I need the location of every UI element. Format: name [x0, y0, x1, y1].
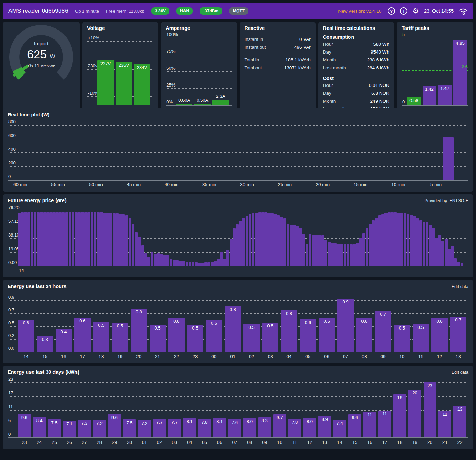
bar-cell	[407, 211, 409, 266]
bar-cell: 0.5	[150, 297, 166, 352]
bar	[258, 212, 261, 266]
price-panel: Future energy price (øre) Provided by: E…	[3, 194, 473, 277]
wifi-icon[interactable]	[459, 7, 468, 15]
bar-cell	[69, 211, 71, 266]
calc-row: Hour0.01 NOK	[323, 82, 389, 90]
reactive-rows: Instant in0 VAr Instant out496 VAr Total…	[245, 36, 311, 72]
bar-cell: 7.8	[198, 382, 211, 437]
bar-cell: 2.3A	[212, 38, 229, 105]
bar-cell	[454, 125, 465, 180]
gauge-direction-label: Import	[8, 41, 75, 46]
x-axis-label: 06	[319, 354, 335, 359]
bar	[378, 215, 381, 266]
price-chart: 76.2057.1538.1019.050.00	[8, 211, 468, 266]
new-version-link[interactable]: New version: v2.4.10	[338, 9, 381, 14]
x-axis-label: 15	[348, 440, 361, 445]
bar-cell: 0.3	[37, 297, 53, 352]
bar	[208, 180, 219, 180]
bar: 23	[424, 382, 437, 437]
bar-cell	[31, 211, 33, 266]
bar-cell	[107, 125, 119, 180]
bar: 8.9	[318, 416, 331, 437]
bar	[189, 262, 191, 266]
bar	[130, 180, 141, 180]
bar	[384, 213, 387, 266]
bar-cell	[271, 211, 274, 266]
realtime-title: Real time plot (W)	[8, 112, 49, 117]
x-axis-label: 13	[450, 354, 466, 359]
bar	[129, 218, 131, 266]
bar-cell	[129, 211, 131, 266]
bar	[275, 180, 286, 180]
bar	[388, 212, 391, 266]
bar-cell	[331, 125, 342, 180]
bar	[176, 260, 179, 266]
info-icon[interactable]: i	[400, 7, 407, 15]
bar-cell	[217, 211, 220, 266]
bar-cell	[420, 125, 431, 180]
tariff-title: Tariff peaks	[402, 25, 429, 31]
bar-cell	[388, 211, 391, 266]
bar	[309, 234, 311, 266]
last30-panel: Energy use last 30 days (kWh) Edit data …	[3, 366, 473, 449]
help-icon[interactable]: ?	[388, 7, 395, 15]
edit-data-24h-link[interactable]: Edit data	[452, 284, 468, 289]
bar-cell	[27, 211, 30, 266]
bar-cell: 7.6	[228, 382, 241, 437]
bar-cell	[239, 211, 242, 266]
bar	[297, 180, 309, 180]
bar	[29, 180, 40, 180]
x-axis-label: 10	[394, 354, 410, 359]
bar-cell	[207, 211, 210, 266]
bar	[404, 213, 406, 266]
bar	[410, 215, 413, 266]
x-axis-line	[8, 437, 468, 438]
bar	[157, 253, 160, 266]
bar	[217, 259, 220, 266]
bar	[34, 212, 36, 266]
bar	[413, 216, 416, 266]
bar	[109, 213, 112, 266]
x-axis-label: 08	[243, 440, 256, 445]
bar	[454, 258, 457, 266]
x-axis-label: -15 min	[352, 182, 367, 187]
bar	[125, 215, 128, 266]
calculations-panel: Real time calculations Consumption Hour5…	[318, 22, 394, 117]
bar	[65, 212, 68, 266]
bar	[324, 240, 327, 266]
uptime-text: Up 1 minute	[75, 9, 99, 14]
bar-cell	[65, 211, 68, 266]
bar-cell	[141, 211, 144, 266]
bar	[353, 180, 365, 180]
x-axis-line	[8, 352, 468, 352]
bar-cell	[94, 211, 96, 266]
edit-data-30d-link[interactable]: Edit data	[452, 370, 468, 375]
bar	[62, 180, 74, 180]
bar-cell	[135, 211, 138, 266]
bar: 0.3	[37, 336, 53, 352]
bar	[394, 212, 397, 266]
bar-cell	[376, 125, 387, 180]
x-axis-label: 22	[453, 440, 466, 445]
bar-cell	[40, 125, 51, 180]
bar	[40, 212, 43, 266]
bar	[56, 212, 59, 266]
amperage-title: Amperage	[166, 25, 190, 31]
bar	[249, 214, 251, 266]
bar	[409, 180, 420, 180]
clock: 23. Oct 14:55	[424, 8, 454, 14]
bar-cell	[230, 211, 233, 266]
gauge-text: Import 625 W 75.11 øre/kWh	[8, 41, 75, 68]
bar-cell	[438, 211, 441, 266]
bar-cell	[461, 211, 463, 266]
bar-cell	[280, 211, 283, 266]
bar	[397, 213, 400, 266]
gear-icon[interactable]: ⚙	[412, 7, 419, 15]
bar: 0.9	[337, 299, 354, 352]
bar-cell	[381, 211, 384, 266]
bar	[226, 250, 229, 266]
bar-cell	[179, 211, 182, 266]
bar	[441, 241, 444, 266]
bar	[287, 224, 289, 266]
last24-chart: 0.90.70.50.20.00.60.30.40.60.50.50.80.50…	[8, 297, 468, 352]
